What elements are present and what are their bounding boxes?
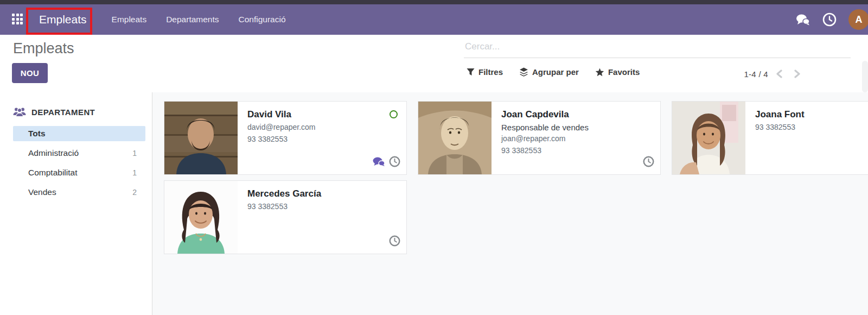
activities-clock-icon[interactable] [822,12,837,27]
new-button[interactable]: NOU [12,63,48,83]
app-name[interactable]: Empleats [31,8,94,32]
employee-card-joana-font[interactable]: Joana Font 93 3382553 [672,101,868,175]
department-sidebar: DEPARTAMENT Tots Administració 1 Comptab… [0,92,152,315]
apps-grid-icon[interactable] [12,14,24,26]
breadcrumb-title: Empleats [13,40,74,57]
activity-clock-icon[interactable] [643,156,654,169]
nav-item-empleats[interactable]: Empleats [103,10,156,29]
employee-email[interactable]: joan@repaper.com [501,134,589,143]
employee-photo [672,102,745,174]
employee-name[interactable]: David Vila [247,109,316,120]
employee-photo [164,181,238,254]
sidebar-item-tots[interactable]: Tots [13,126,145,141]
filters-button[interactable]: Filtres [467,67,503,77]
pager-range: 1-4 / 4 [744,70,768,79]
scrollbar-thumb[interactable] [862,61,868,92]
employee-photo [164,102,238,174]
employee-phone: 93 3382553 [501,146,589,155]
favorites-button[interactable]: Favorits [595,67,640,77]
group-by-button[interactable]: Agrupar per [519,67,579,77]
search-input[interactable] [464,38,851,58]
main-navbar: Empleats Empleats Departaments Configura… [0,4,868,35]
chat-icon[interactable] [373,157,385,168]
messages-icon[interactable] [795,14,810,26]
filter-funnel-icon [467,68,475,76]
users-group-icon [13,106,26,117]
sidebar-item-vendes[interactable]: Vendes 2 [13,185,145,200]
pager-next-icon[interactable] [790,68,804,79]
item-count: 1 [132,149,137,158]
employee-email[interactable]: david@repaper.com [247,123,316,131]
control-panel: Empleats NOU Filtres Agrupar per Favorit… [0,35,868,92]
employee-card-mercedes-garcia[interactable]: Mercedes García 93 3382553 [164,180,407,254]
kanban-view: David Vila david@repaper.com 93 3382553 [152,92,868,315]
employee-phone: 93 3382553 [247,202,321,211]
employee-phone: 93 3382553 [755,123,805,131]
window-top-strip [0,0,868,4]
activity-clock-icon[interactable] [389,156,400,169]
online-status-icon [390,110,398,118]
employee-photo [418,102,492,174]
employee-name[interactable]: Joana Font [755,109,805,120]
sidebar-item-administracio[interactable]: Administració 1 [13,146,145,161]
sidebar-item-comptabilitat[interactable]: Comptabilitat 1 [13,165,145,180]
item-count: 1 [132,168,137,177]
employee-card-joan-capdevila[interactable]: Joan Capdevila Responsable de vendes joa… [418,101,661,175]
employee-phone: 93 3382553 [247,135,316,143]
employee-job-title: Responsable de vendes [501,123,589,132]
activity-clock-icon[interactable] [389,235,400,249]
layers-icon [519,67,528,77]
nav-item-departaments[interactable]: Departaments [157,10,227,29]
employee-card-david-vila[interactable]: David Vila david@repaper.com 93 3382553 [164,101,407,175]
user-avatar[interactable]: A [848,9,868,30]
employee-name[interactable]: Joan Capdevila [501,109,589,120]
item-count: 2 [132,188,137,197]
sidebar-section-title: DEPARTAMENT [31,108,95,117]
employee-name[interactable]: Mercedes García [247,188,321,199]
star-icon [595,68,604,77]
pager-previous-icon[interactable] [773,68,786,79]
nav-menu: Empleats Departaments Configuració [103,10,295,29]
nav-item-configuracio[interactable]: Configuració [230,10,295,29]
